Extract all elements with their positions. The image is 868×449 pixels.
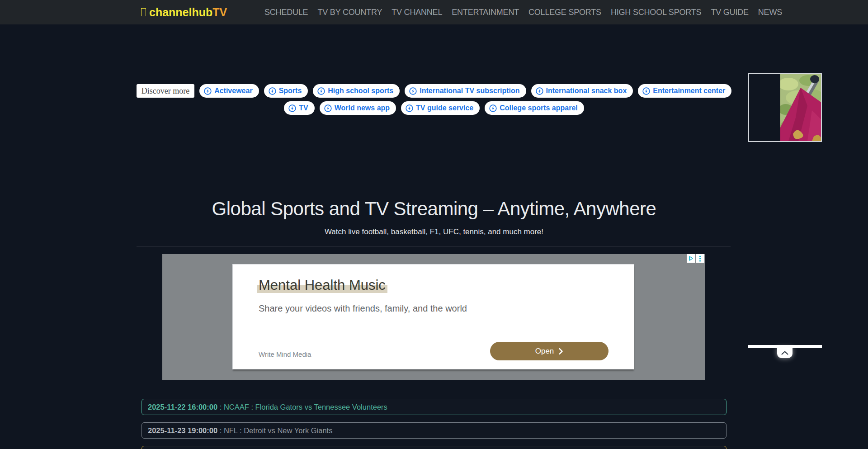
nav-item-high-school-sports[interactable]: HIGH SCHOOL SPORTS [611, 8, 701, 17]
bolt-in-circle-icon [536, 87, 543, 95]
chip-international-tv-subscription[interactable]: International TV subscription [405, 84, 526, 98]
logo-text: channelhub [149, 6, 212, 19]
chevron-right-icon [558, 348, 563, 354]
chip-college-sports-apparel[interactable]: College sports apparel [485, 101, 584, 115]
chip-label: International TV subscription [420, 87, 519, 95]
nav-item-schedule[interactable]: SCHEDULE [264, 8, 308, 17]
event-row-nfl[interactable]: 2025-11-23 19:00:00 : NFL : Detroit vs N… [142, 422, 726, 439]
event-list: 2025-11-22 16:00:00 : NCAAF : Florida Ga… [142, 399, 726, 449]
divider [137, 246, 731, 246]
chip-label: Activewear [214, 87, 253, 95]
ad-banner: Mental Health Music Share your videos wi… [162, 254, 705, 380]
logo-text-accent: TV [212, 6, 227, 19]
chip-label: Sports [279, 87, 302, 95]
ad-card: Mental Health Music Share your videos wi… [232, 264, 634, 369]
nav-item-tv-guide[interactable]: TV GUIDE [711, 8, 748, 17]
top-navbar: channelhubTV SCHEDULE TV BY COUNTRY TV C… [0, 0, 868, 24]
ad-corner-controls [687, 254, 704, 263]
chip-entertainment-center[interactable]: Entertainment center [638, 84, 731, 98]
page: channelhubTV SCHEDULE TV BY COUNTRY TV C… [0, 0, 868, 449]
bolt-in-circle-icon [204, 87, 212, 95]
nav-item-tv-channel[interactable]: TV CHANNEL [392, 8, 442, 17]
bolt-in-circle-icon [288, 104, 296, 112]
bolt-in-circle-icon [409, 87, 417, 95]
bolt-in-circle-icon [269, 87, 276, 95]
video-ad-thumbnail[interactable] [780, 74, 821, 141]
ad-advertiser: Write Mind Media [259, 350, 311, 358]
event-row-partial[interactable] [142, 446, 726, 449]
nav-item-entertainment[interactable]: ENTERTAINMENT [452, 8, 519, 17]
nav-item-college-sports[interactable]: COLLEGE SPORTS [528, 8, 601, 17]
chip-world-news-app[interactable]: World news app [320, 101, 396, 115]
chip-label: International snack box [546, 87, 627, 95]
chips-row-2: TV World news app TV guide service Colle… [284, 101, 584, 115]
ad-title-text: Mental Health Music [257, 277, 387, 293]
bolt-in-circle-icon [317, 87, 325, 95]
event-datetime: 2025-11-23 19:00:00 [148, 426, 217, 435]
chip-label: High school sports [328, 87, 393, 95]
discover-more-label: Discover more [137, 84, 194, 98]
discover-chips-block: Discover more Activewear Sports High sch… [0, 84, 868, 115]
adchoices-icon[interactable] [687, 254, 695, 263]
site-logo[interactable]: channelhubTV [141, 0, 227, 24]
ad-menu-dots-icon[interactable] [696, 254, 704, 263]
page-title: Global Sports and TV Streaming – Anytime… [0, 198, 868, 220]
chip-label: TV [299, 104, 308, 112]
chip-tv-guide-service[interactable]: TV guide service [401, 101, 480, 115]
chip-international-snack-box[interactable]: International snack box [531, 84, 633, 98]
chip-sports[interactable]: Sports [264, 84, 308, 98]
nav-item-tv-by-country[interactable]: TV BY COUNTRY [317, 8, 382, 17]
ad-open-label: Open [535, 347, 554, 356]
ad-title-link[interactable]: Mental Health Music [257, 277, 387, 293]
chip-label: College sports apparel [500, 104, 578, 112]
ad-description: Share your videos with friends, family, … [259, 303, 467, 314]
main-nav: SCHEDULE TV BY COUNTRY TV CHANNEL ENTERT… [264, 0, 782, 24]
ad-open-button[interactable]: Open [490, 342, 609, 360]
bolt-in-circle-icon [406, 104, 413, 112]
floating-video-ad [748, 73, 822, 142]
chip-label: Entertainment center [653, 87, 725, 95]
chip-tv[interactable]: TV [284, 101, 314, 115]
event-details: : NFL : Detroit vs New York Giants [217, 426, 332, 435]
collapse-ad-button[interactable] [777, 348, 793, 358]
chevron-up-icon [781, 351, 788, 355]
event-row-ncaaf[interactable]: 2025-11-22 16:00:00 : NCAAF : Florida Ga… [142, 399, 726, 415]
event-details: : NCAAF : Florida Gators vs Tennessee Vo… [217, 403, 387, 411]
chip-label: TV guide service [416, 104, 473, 112]
chips-row-1: Discover more Activewear Sports High sch… [137, 84, 732, 98]
chip-activewear[interactable]: Activewear [199, 84, 259, 98]
chip-high-school-sports[interactable]: High school sports [313, 84, 400, 98]
chip-label: World news app [335, 104, 390, 112]
event-datetime: 2025-11-22 16:00:00 [148, 403, 217, 411]
bolt-in-circle-icon [642, 87, 650, 95]
bolt-in-circle-icon [489, 104, 497, 112]
tv-logo-icon [141, 8, 146, 16]
nav-item-news[interactable]: NEWS [758, 8, 782, 17]
page-subtitle: Watch live football, basketball, F1, UFC… [0, 227, 868, 236]
bolt-in-circle-icon [324, 104, 332, 112]
